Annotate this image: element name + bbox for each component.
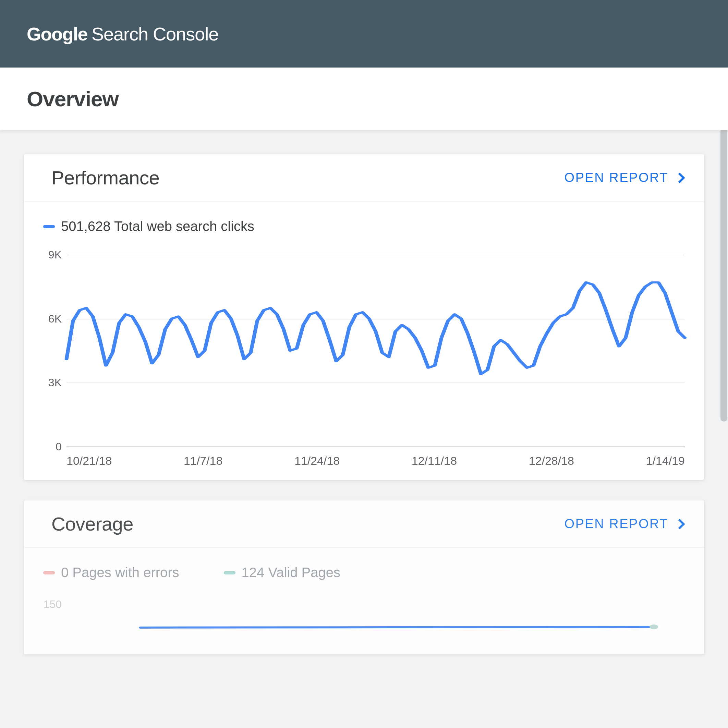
coverage-legend: 0 Pages with errors 124 Valid Pages — [43, 565, 685, 580]
topbar: Google Search Console — [0, 0, 728, 67]
content-area: Performance OPEN REPORT 501,628 Total we… — [0, 130, 728, 654]
chevron-right-icon — [674, 518, 685, 529]
performance-title: Performance — [51, 167, 159, 189]
y-axis-labels: 150 — [43, 601, 66, 642]
legend-item-errors: 0 Pages with errors — [43, 565, 179, 580]
coverage-card-header: Coverage OPEN REPORT — [24, 500, 704, 548]
open-report-label: OPEN REPORT — [564, 517, 668, 531]
x-axis-labels: 10/21/18 11/7/18 11/24/18 12/11/18 12/28… — [66, 454, 685, 468]
x-tick: 11/7/18 — [184, 454, 222, 468]
coverage-card: Coverage OPEN REPORT 0 Pages with errors… — [24, 500, 704, 654]
legend-swatch-icon — [43, 571, 55, 574]
performance-open-report-button[interactable]: OPEN REPORT — [564, 170, 684, 185]
legend-item-clicks: 501,628 Total web search clicks — [43, 219, 254, 234]
legend-swatch-icon — [43, 225, 55, 228]
product-name: Search Console — [92, 23, 218, 44]
performance-card-body: 501,628 Total web search clicks 9K 6K 3K… — [24, 202, 704, 480]
coverage-title: Coverage — [51, 513, 133, 535]
legend-label: 501,628 Total web search clicks — [61, 219, 254, 234]
coverage-open-report-button[interactable]: OPEN REPORT — [564, 517, 684, 531]
coverage-card-body: 0 Pages with errors 124 Valid Pages 150 — [24, 548, 704, 654]
x-tick: 12/28/18 — [529, 454, 574, 468]
legend-item-valid: 124 Valid Pages — [224, 565, 340, 580]
legend-label-valid: 124 Valid Pages — [242, 565, 340, 580]
performance-legend: 501,628 Total web search clicks — [43, 219, 685, 234]
performance-card-header: Performance OPEN REPORT — [24, 154, 704, 202]
y-axis-labels: 9K 6K 3K 0 — [43, 255, 66, 447]
x-tick: 12/11/18 — [411, 454, 457, 468]
performance-chart: 9K 6K 3K 0 — [43, 255, 685, 447]
chevron-right-icon — [674, 173, 685, 183]
legend-swatch-icon — [224, 571, 236, 574]
performance-card: Performance OPEN REPORT 501,628 Total we… — [24, 154, 704, 480]
page-header: Overview — [0, 67, 728, 130]
open-report-label: OPEN REPORT — [564, 170, 668, 185]
y-tick: 3K — [48, 376, 62, 389]
plot-area — [66, 255, 685, 447]
brand-name: Google — [27, 23, 87, 44]
legend-label-errors: 0 Pages with errors — [61, 565, 179, 580]
x-tick: 11/24/18 — [294, 454, 340, 468]
plot-area — [66, 601, 685, 642]
page-title: Overview — [27, 87, 119, 111]
svg-point-0 — [650, 624, 658, 629]
y-tick: 0 — [55, 440, 62, 453]
line-chart-svg — [66, 255, 685, 447]
x-tick: 1/14/19 — [646, 454, 685, 468]
y-tick: 150 — [44, 598, 62, 610]
y-tick: 9K — [48, 248, 62, 261]
app-logo: Google Search Console — [27, 23, 218, 44]
y-tick: 6K — [48, 312, 62, 325]
line-chart-svg — [66, 601, 685, 642]
x-tick: 10/21/18 — [66, 454, 112, 468]
coverage-chart: 150 — [43, 601, 685, 642]
